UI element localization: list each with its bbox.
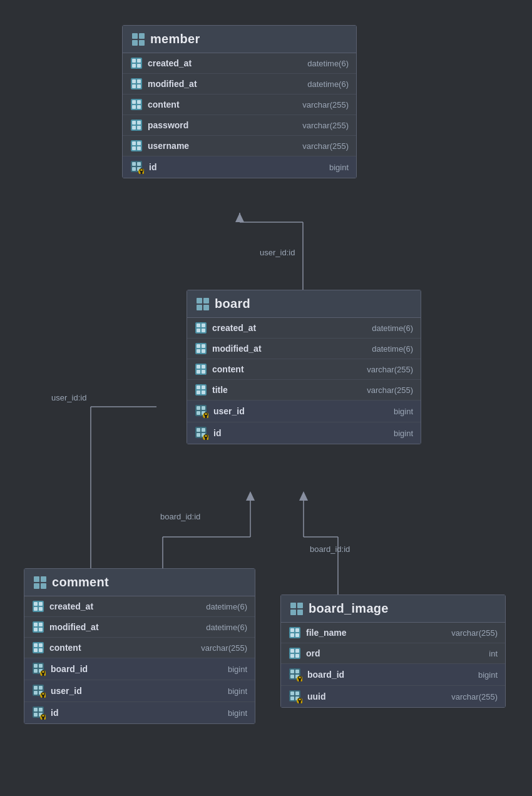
svg-rect-47 (132, 167, 136, 171)
pk-icon (289, 690, 302, 703)
table-board-image-name: board_image (309, 601, 389, 616)
svg-rect-23 (137, 64, 141, 68)
svg-rect-108 (39, 643, 43, 647)
col-icon (130, 140, 143, 152)
table-board-row-created_at: created_at datetime(6) (187, 318, 421, 339)
svg-rect-20 (132, 59, 136, 63)
field-type: int (489, 649, 498, 658)
table-board-image-row-ord: ord int (281, 643, 505, 664)
table-comment-name: comment (52, 575, 109, 589)
table-comment: comment created_at datetime(6) modified_… (24, 568, 255, 724)
field-name: modified_at (212, 344, 367, 354)
table-grid-icon (33, 576, 47, 589)
table-board-row-user_id: user_id bigint (187, 401, 421, 422)
svg-rect-158 (290, 691, 294, 695)
fk-icon (195, 404, 208, 418)
svg-rect-100 (39, 607, 43, 611)
svg-rect-160 (290, 696, 294, 700)
field-type: datetime(6) (307, 59, 349, 68)
field-type: bigint (228, 665, 247, 674)
svg-rect-141 (295, 628, 299, 632)
field-name: file_name (306, 628, 446, 638)
svg-rect-143 (295, 633, 299, 637)
svg-rect-120 (34, 686, 38, 690)
svg-rect-121 (39, 686, 43, 690)
svg-rect-146 (295, 649, 299, 653)
pk-icon (32, 706, 46, 720)
table-board-row-title: title varchar(255) (187, 380, 421, 401)
field-type: datetime(6) (206, 602, 247, 611)
svg-marker-14 (299, 491, 308, 501)
table-comment-header: comment (24, 569, 255, 596)
er-diagram: user_id:id user_id:id board_id:id board_… (0, 0, 532, 796)
svg-rect-16 (139, 33, 145, 39)
field-name: created_at (49, 601, 201, 611)
field-name: created_at (148, 58, 302, 68)
field-name: ord (306, 648, 484, 658)
field-type: varchar(255) (451, 692, 498, 702)
field-name: board_id (307, 670, 473, 680)
pk-icon (130, 160, 144, 174)
svg-rect-43 (137, 146, 141, 150)
field-name: password (148, 120, 297, 130)
field-type: bigint (228, 708, 247, 718)
field-type: bigint (394, 407, 413, 416)
svg-rect-68 (202, 365, 205, 369)
svg-rect-152 (290, 675, 294, 678)
svg-rect-122 (34, 691, 38, 695)
col-icon (195, 342, 207, 355)
svg-rect-41 (137, 141, 141, 145)
col-icon (195, 322, 207, 334)
fk-icon (32, 684, 46, 698)
svg-rect-26 (137, 79, 141, 83)
field-type: varchar(255) (302, 141, 349, 151)
col-icon (289, 626, 301, 639)
svg-rect-53 (203, 298, 209, 304)
svg-rect-27 (132, 84, 136, 88)
field-type: bigint (228, 686, 247, 696)
svg-rect-94 (34, 583, 39, 589)
field-name: uuid (307, 691, 446, 702)
svg-rect-99 (34, 607, 38, 611)
col-icon (195, 384, 207, 396)
table-member-row-username: username varchar(255) (123, 136, 356, 156)
svg-rect-135 (290, 603, 296, 608)
svg-rect-54 (197, 305, 202, 310)
table-comment-row-modified_at: modified_at datetime(6) (24, 617, 255, 638)
svg-rect-60 (202, 329, 205, 332)
table-comment-row-content: content varchar(255) (24, 638, 255, 658)
svg-rect-52 (197, 298, 202, 304)
svg-rect-65 (202, 349, 205, 353)
field-type: varchar(255) (367, 385, 413, 395)
table-board-row-content: content varchar(255) (187, 359, 421, 380)
col-icon (130, 98, 143, 111)
field-name: user_id (51, 686, 223, 696)
svg-rect-129 (39, 708, 43, 712)
svg-rect-62 (197, 344, 200, 348)
svg-rect-137 (290, 610, 296, 615)
table-board-image-row-uuid: uuid varchar(255) (281, 686, 505, 707)
table-member-row-modified_at: modified_at datetime(6) (123, 74, 356, 94)
table-member: member created_at datetime(6) modified_a… (122, 25, 357, 178)
svg-rect-85 (197, 428, 200, 432)
col-icon (32, 641, 44, 654)
svg-rect-150 (290, 670, 294, 673)
svg-rect-58 (202, 324, 205, 327)
field-name: content (148, 100, 297, 110)
svg-rect-33 (137, 105, 141, 109)
svg-rect-40 (132, 141, 136, 145)
svg-rect-74 (197, 390, 200, 394)
svg-rect-37 (132, 126, 136, 130)
field-name: content (49, 643, 196, 653)
svg-rect-109 (34, 648, 38, 652)
svg-rect-147 (290, 654, 294, 658)
svg-rect-151 (295, 670, 299, 673)
svg-rect-79 (197, 411, 200, 415)
table-board-header: board (187, 290, 421, 318)
field-type: bigint (394, 429, 413, 438)
field-type: varchar(255) (302, 100, 349, 110)
svg-rect-114 (34, 669, 38, 673)
table-comment-row-user_id: user_id bigint (24, 680, 255, 702)
relation-label-boardimage-board: board_id:id (310, 544, 350, 554)
svg-marker-2 (235, 213, 244, 222)
